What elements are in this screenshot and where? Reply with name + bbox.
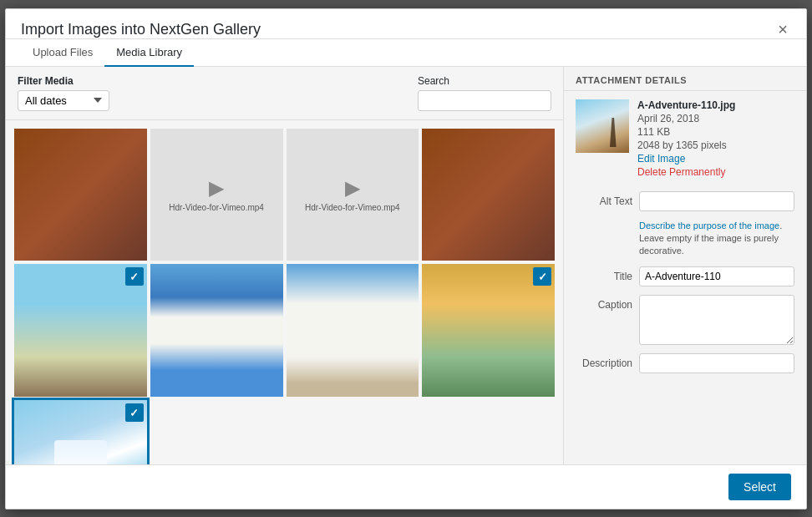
- alt-text-spacer: [576, 220, 632, 224]
- check-badge: ✓: [125, 267, 144, 286]
- modal-footer: Select: [6, 464, 806, 509]
- filter-group: Filter Media All dates: [18, 75, 109, 111]
- attachment-details-header: ATTACHMENT DETAILS: [564, 67, 806, 91]
- attachment-date: April 26, 2018: [637, 113, 735, 124]
- search-label: Search: [418, 75, 551, 87]
- alt-text-hint: Describe the purpose of the image. Leave…: [639, 220, 794, 258]
- modal-title: Import Images into NextGen Gallery: [21, 21, 261, 38]
- media-item[interactable]: ✓: [422, 264, 555, 397]
- filter-label: Filter Media: [18, 75, 109, 87]
- attachment-info: A-Adventure-110.jpg April 26, 2018 111 K…: [637, 99, 735, 178]
- media-item[interactable]: [422, 129, 555, 261]
- video-thumb: ▶ Hdr-Video-for-Vimeo.mp4: [150, 129, 283, 261]
- video-label: Hdr-Video-for-Vimeo.mp4: [305, 203, 400, 212]
- attachment-preview: A-Adventure-110.jpg April 26, 2018 111 K…: [564, 91, 806, 186]
- search-input[interactable]: [418, 90, 551, 111]
- filter-select[interactable]: All dates: [18, 90, 109, 111]
- delete-permanently-link[interactable]: Delete Permanently: [637, 166, 735, 178]
- caption-row: Caption: [576, 295, 794, 345]
- alt-text-row: Alt Text: [576, 191, 794, 211]
- search-group: Search: [418, 75, 551, 111]
- title-label: Title: [576, 266, 632, 282]
- attachment-size: 111 KB: [637, 126, 735, 138]
- media-item[interactable]: [14, 129, 147, 261]
- video-icon: ▶: [209, 176, 224, 200]
- modal-dialog: Import Images into NextGen Gallery × Upl…: [5, 8, 807, 509]
- close-button[interactable]: ×: [774, 21, 791, 38]
- attachment-fields: Alt Text Describe the purpose of the ima…: [564, 186, 806, 378]
- edit-image-link[interactable]: Edit Image: [637, 153, 735, 165]
- title-input[interactable]: [639, 266, 794, 286]
- attachment-filename: A-Adventure-110.jpg: [637, 99, 735, 111]
- media-item[interactable]: ▶ Hdr-Video-for-Vimeo.mp4: [287, 129, 419, 261]
- media-item[interactable]: ✓: [14, 264, 147, 397]
- media-section: Filter Media All dates Search: [6, 67, 564, 464]
- modal-body: Filter Media All dates Search: [6, 67, 806, 464]
- alt-text-hint-row: Describe the purpose of the image. Leave…: [576, 220, 794, 258]
- caption-label: Caption: [576, 295, 632, 311]
- media-grid-wrapper: ▶ Hdr-Video-for-Vimeo.mp4 ▶ Hdr-Video-fo…: [6, 120, 563, 464]
- check-badge: ✓: [533, 267, 551, 286]
- caption-textarea[interactable]: [639, 295, 794, 345]
- attachment-dimensions: 2048 by 1365 pixels: [637, 139, 735, 151]
- tab-media-library[interactable]: Media Library: [104, 39, 194, 67]
- video-label: Hdr-Video-for-Vimeo.mp4: [169, 203, 264, 212]
- video-thumb: ▶ Hdr-Video-for-Vimeo.mp4: [287, 129, 419, 261]
- media-grid: ▶ Hdr-Video-for-Vimeo.mp4 ▶ Hdr-Video-fo…: [14, 129, 555, 464]
- select-button[interactable]: Select: [728, 474, 791, 500]
- media-item[interactable]: [287, 264, 419, 397]
- modal-header: Import Images into NextGen Gallery ×: [6, 9, 806, 39]
- description-row: Description: [576, 353, 794, 373]
- details-section: ATTACHMENT DETAILS A-Adventure-110.jpg A…: [564, 67, 806, 464]
- description-label: Description: [576, 353, 632, 369]
- alt-text-hint-link[interactable]: Describe the purpose of the image: [639, 220, 779, 231]
- video-icon: ▶: [345, 176, 360, 200]
- check-badge: ✓: [125, 403, 144, 422]
- attachment-thumbnail: [576, 99, 629, 153]
- tab-upload-files[interactable]: Upload Files: [21, 39, 104, 67]
- media-toolbar: Filter Media All dates Search: [6, 67, 563, 120]
- description-input[interactable]: [639, 353, 794, 373]
- alt-text-label: Alt Text: [576, 191, 632, 207]
- media-item-selected[interactable]: ✓: [14, 400, 147, 464]
- media-item[interactable]: ▶ Hdr-Video-for-Vimeo.mp4: [150, 129, 283, 261]
- alt-text-input[interactable]: [639, 191, 794, 211]
- media-item[interactable]: [150, 264, 283, 397]
- tab-bar: Upload Files Media Library: [6, 39, 806, 67]
- title-row: Title: [576, 266, 794, 286]
